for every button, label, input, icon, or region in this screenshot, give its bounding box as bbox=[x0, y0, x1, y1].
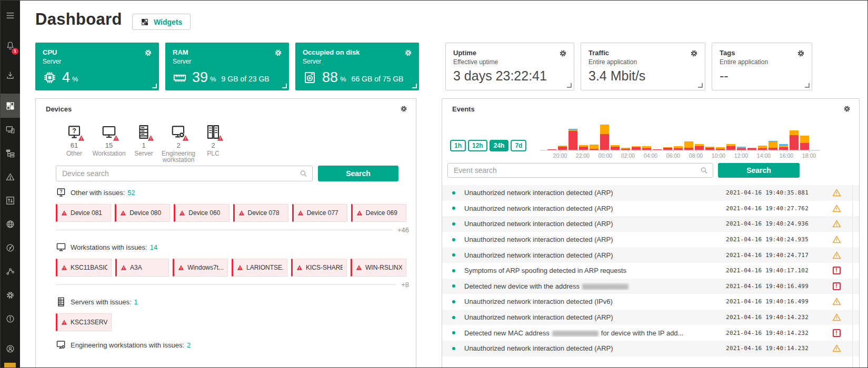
event-row[interactable]: Unauthorized network interaction detecte… bbox=[442, 232, 859, 248]
device-type-engineering-workstation[interactable]: ! 2 Engineering workstation bbox=[161, 124, 196, 163]
device-type-server[interactable]: ! 1 Server bbox=[126, 124, 161, 163]
sidebar-item-sliders[interactable] bbox=[1, 189, 20, 212]
event-row[interactable]: Unauthorized network interaction detecte… bbox=[442, 201, 859, 217]
sidebar-item-tree[interactable] bbox=[1, 141, 20, 165]
gear-icon[interactable] bbox=[404, 48, 413, 57]
sidebar-item-gear[interactable] bbox=[1, 283, 20, 307]
event-row[interactable]: Unauthorized network interaction detecte… bbox=[442, 185, 859, 201]
widgets-button[interactable]: Widgets bbox=[132, 14, 191, 30]
sidebar-item-devices[interactable] bbox=[1, 118, 20, 141]
gear-icon[interactable] bbox=[274, 48, 283, 57]
event-row[interactable]: Detected new device with the address 202… bbox=[442, 279, 859, 294]
event-row[interactable]: Unauthorized network interaction detecte… bbox=[442, 341, 859, 356]
event-search-input[interactable] bbox=[447, 163, 713, 178]
card-subtitle: Entire application bbox=[720, 58, 804, 66]
resize-handle-icon[interactable] bbox=[805, 83, 810, 88]
event-row[interactable]: Symptoms of ARP spoofing detected in ARP… bbox=[442, 263, 859, 279]
range-button-24h[interactable]: 24h bbox=[490, 140, 509, 151]
group-count[interactable]: 2 bbox=[187, 341, 191, 349]
device-chip[interactable]: ! Device 078 bbox=[233, 204, 288, 222]
group-count[interactable]: 1 bbox=[134, 298, 138, 306]
device-chip[interactable]: ! KICS-SHARE bbox=[291, 259, 347, 277]
event-timestamp: 2021-04-16 19:40:14.232 bbox=[726, 345, 809, 352]
more-count[interactable]: +8 bbox=[401, 281, 409, 289]
range-button-12h[interactable]: 12h bbox=[468, 140, 487, 151]
issue-badge-icon: ! bbox=[217, 134, 224, 141]
device-chip[interactable]: ! LARIONTSE... bbox=[232, 259, 287, 277]
device-search-button[interactable]: Search bbox=[318, 166, 398, 181]
device-chip[interactable]: ! KSC11BASIC ... bbox=[56, 259, 112, 277]
gear-icon[interactable] bbox=[558, 49, 567, 58]
histogram-bar bbox=[632, 146, 641, 150]
event-search-button[interactable]: Search bbox=[718, 163, 800, 178]
event-row[interactable]: Unauthorized network interaction detecte… bbox=[442, 247, 859, 263]
resize-handle-icon[interactable] bbox=[567, 83, 572, 88]
sidebar-item-warning-triangle[interactable] bbox=[1, 165, 20, 189]
histogram-bar bbox=[568, 129, 577, 150]
redacted-value bbox=[582, 284, 628, 290]
sidebar-item-info[interactable] bbox=[1, 307, 20, 331]
histogram-bar bbox=[695, 144, 704, 150]
gear-icon[interactable] bbox=[400, 105, 408, 113]
event-row[interactable]: Unauthorized network interaction detecte… bbox=[442, 310, 859, 325]
sidebar-item-menu[interactable] bbox=[1, 4, 20, 27]
sidebar-item-globe[interactable] bbox=[1, 212, 20, 236]
tags-widget[interactable]: Tags Entire application -- bbox=[712, 43, 812, 90]
resize-handle-icon[interactable] bbox=[282, 84, 287, 88]
device-chip[interactable]: ! Windows7t... bbox=[173, 259, 228, 277]
workstation-icon bbox=[56, 242, 66, 252]
event-row[interactable]: Unauthorized network interaction detecte… bbox=[442, 216, 859, 232]
sidebar-item-download[interactable] bbox=[1, 64, 20, 87]
more-count[interactable]: +46 bbox=[397, 226, 409, 234]
device-type-plc[interactable]: ! 2 PLC bbox=[196, 124, 231, 163]
resize-handle-icon[interactable] bbox=[412, 84, 417, 88]
event-text: Unauthorized network interaction detecte… bbox=[464, 251, 726, 259]
device-chip[interactable]: ! Device 080 bbox=[115, 204, 170, 222]
device-chip-label: LARIONTSE... bbox=[246, 264, 283, 271]
device-search-input[interactable] bbox=[56, 166, 313, 181]
cpu-widget[interactable]: CPU Server 4 % bbox=[35, 43, 159, 90]
gear-icon[interactable] bbox=[843, 105, 851, 113]
gear-icon[interactable] bbox=[144, 48, 153, 57]
device-chip[interactable]: ! Device 069 bbox=[351, 204, 406, 222]
event-row[interactable]: Unauthorized network interaction detecte… bbox=[442, 294, 859, 310]
device-type-workstation[interactable]: ! 15 Workstation bbox=[92, 124, 126, 163]
gear-icon[interactable] bbox=[796, 49, 805, 58]
card-subtitle: Effective uptime bbox=[453, 58, 566, 66]
device-chip[interactable]: ! Device 060 bbox=[174, 204, 229, 222]
ram-widget[interactable]: RAM Server 39 % 9 GB of 23 GB bbox=[165, 43, 289, 90]
sidebar-item-compass[interactable] bbox=[1, 236, 20, 260]
card-value: -- bbox=[720, 68, 729, 84]
resize-handle-icon[interactable] bbox=[698, 83, 703, 88]
gear-icon[interactable] bbox=[690, 49, 699, 58]
cpu-icon bbox=[43, 70, 57, 85]
device-chip[interactable]: ! Device 077 bbox=[292, 204, 347, 222]
device-type-other[interactable]: ? ! 61 Other bbox=[57, 124, 92, 163]
device-chip[interactable]: ! Device 081 bbox=[56, 204, 111, 222]
sidebar-item-user[interactable] bbox=[1, 337, 20, 361]
device-chip[interactable]: ! WIN-RSLINX bbox=[351, 259, 406, 277]
sidebar-item-dashboard-grid[interactable] bbox=[1, 94, 20, 118]
range-button-7d[interactable]: 7d bbox=[511, 140, 526, 151]
event-text: Unauthorized network interaction detecte… bbox=[464, 344, 726, 352]
scrollbar[interactable] bbox=[852, 185, 853, 367]
event-row[interactable]: Detected new MAC addressfor device with … bbox=[442, 325, 859, 341]
sidebar-item-bell[interactable]: 1 bbox=[1, 34, 20, 57]
traffic-widget[interactable]: Traffic Entire application 3.4 Mbit/s bbox=[581, 43, 705, 90]
range-button-1h[interactable]: 1h bbox=[450, 140, 466, 151]
event-text: Symptoms of ARP spoofing detected in ARP… bbox=[464, 267, 726, 274]
device-chip[interactable]: ! A3A bbox=[115, 259, 169, 277]
device-type-label: Engineering workstation bbox=[161, 150, 196, 163]
group-count[interactable]: 14 bbox=[150, 243, 157, 251]
device-chip[interactable]: ! KSC13SERVER bbox=[56, 313, 112, 331]
divider bbox=[56, 284, 396, 285]
device-issue-group: Servers with issues: 1 ! KSC13SERVER bbox=[56, 297, 406, 331]
device-type-count: 15 bbox=[105, 141, 113, 149]
disk-widget[interactable]: Occupied on disk Server 88 % 66 GB of 75… bbox=[295, 43, 419, 90]
resize-handle-icon[interactable] bbox=[152, 84, 157, 88]
device-type-label: Workstation bbox=[92, 150, 125, 157]
uptime-widget[interactable]: Uptime Effective uptime 3 days 23:22:41 bbox=[445, 43, 574, 90]
sidebar-item-nodes[interactable] bbox=[1, 260, 20, 283]
group-count[interactable]: 52 bbox=[127, 189, 135, 197]
device-chip-label: Device 060 bbox=[188, 209, 220, 217]
